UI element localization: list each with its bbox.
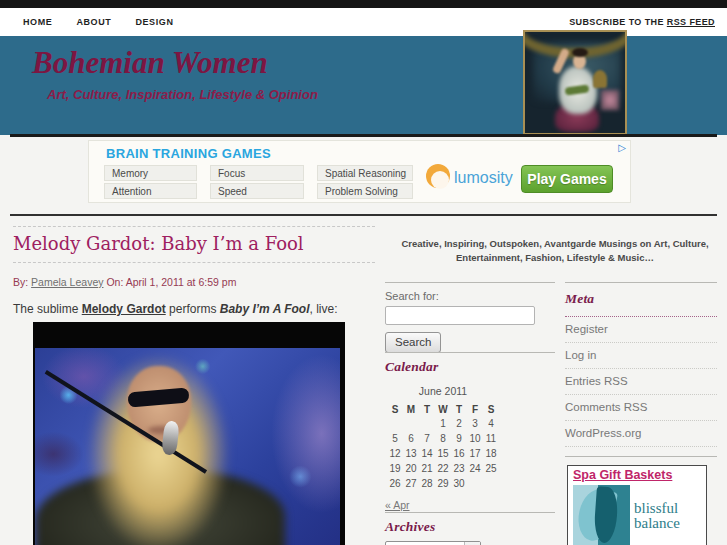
nav-item-design[interactable]: DESIGN [135, 17, 173, 27]
ad-category-buttons: Memory Focus Spatial Reasoning Attention… [104, 165, 413, 199]
nav-item-about[interactable]: ABOUT [76, 17, 111, 27]
lumosity-logo[interactable]: lumosity [426, 164, 513, 191]
day-header: T [419, 402, 435, 416]
subscribe-text: SUBSCRIBE TO THE RSS FEED [569, 17, 715, 27]
calendar-day: 25 [483, 461, 499, 476]
calendar-day [403, 416, 419, 431]
calendar-prev-month-link[interactable]: « Apr [385, 499, 410, 511]
archives-widget: Archives [385, 512, 555, 545]
calendar-day: 2 [451, 416, 467, 431]
calendar-heading: Calendar [385, 359, 555, 375]
calendar-day: 9 [451, 431, 467, 446]
blissful-balance-leaf-icon [573, 485, 630, 545]
meta-link-login[interactable]: Log in [565, 343, 717, 369]
calendar-day: 7 [419, 431, 435, 446]
search-widget: Search for: Search [385, 282, 555, 353]
ad-button-focus[interactable]: Focus [210, 165, 304, 181]
meta-link-wordpress[interactable]: WordPress.org [565, 421, 717, 447]
calendar-day: 20 [403, 461, 419, 476]
calendar-day: 12 [387, 446, 403, 461]
search-input[interactable] [385, 306, 535, 325]
calendar-day: 5 [387, 431, 403, 446]
byline-by-label: By: [13, 276, 28, 288]
nav-links: HOME ABOUT DESIGN [23, 17, 174, 27]
archives-dropdown[interactable] [385, 541, 481, 545]
body-prefix: The sublime [13, 302, 82, 316]
calendar-table: June 2011 S M T W T F S 1 2 3 4 5 [387, 385, 499, 491]
site-subtitle: Art, Culture, Inspiration, Lifestyle & O… [47, 87, 318, 102]
calendar-day: 4 [483, 416, 499, 431]
body-mid: performs [166, 302, 220, 316]
masthead-painting [523, 30, 627, 135]
song-title-emphasis: Baby I’m A Fool [220, 302, 310, 316]
content-top-divider [10, 214, 717, 216]
lumosity-head-icon [426, 164, 452, 191]
calendar-day: 16 [451, 446, 467, 461]
site-title[interactable]: Bohemian Women [32, 45, 268, 81]
ad-button-attention[interactable]: Attention [104, 183, 197, 199]
calendar-day: 29 [435, 476, 451, 491]
video-still [35, 348, 340, 545]
rss-feed-link[interactable]: RSS FEED [667, 17, 715, 27]
ad-button-spatial-reasoning[interactable]: Spatial Reasoning [317, 165, 413, 181]
day-header: T [451, 402, 467, 416]
byline-on-label: On: [106, 276, 123, 288]
day-header: S [387, 402, 403, 416]
calendar-day: 14 [419, 446, 435, 461]
calendar-day: 28 [419, 476, 435, 491]
logo-word-2: balance [634, 516, 680, 531]
blog-tagline: Creative, Inspiring, Outspoken, Avantgar… [390, 237, 720, 265]
melody-gardot-link[interactable]: Melody Gardot [82, 302, 166, 316]
calendar-day [387, 416, 403, 431]
subscribe-prefix: SUBSCRIBE TO THE [569, 17, 664, 27]
calendar-day: 15 [435, 446, 451, 461]
post-title[interactable]: Melody Gardot: Baby I’m a Fool [13, 233, 375, 254]
post-byline: By: Pamela Leavey On: April 1, 2011 at 6… [13, 276, 375, 288]
author-link[interactable]: Pamela Leavey [31, 276, 103, 288]
ad-title[interactable]: BRAIN TRAINING GAMES [106, 146, 271, 161]
ad-banner[interactable]: BRAIN TRAINING GAMES Memory Focus Spatia… [88, 140, 631, 203]
video-embed[interactable] [33, 322, 345, 545]
calendar-day: 6 [403, 431, 419, 446]
ad-button-problem-solving[interactable]: Problem Solving [317, 183, 413, 199]
search-button[interactable]: Search [385, 332, 441, 353]
calendar-day: 27 [403, 476, 419, 491]
calendar-day: 22 [435, 461, 451, 476]
adchoices-icon[interactable]: ▷ [618, 142, 626, 153]
play-games-button[interactable]: Play Games [521, 165, 613, 193]
nav-item-home[interactable]: HOME [23, 17, 52, 27]
calendar-day: 1 [435, 416, 451, 431]
search-label: Search for: [385, 290, 555, 302]
meta-links: Register Log in Entries RSS Comments RSS… [565, 317, 717, 447]
calendar-widget: Calendar June 2011 S M T W T F S 1 2 3 4 [385, 352, 555, 513]
ad-button-speed[interactable]: Speed [210, 183, 304, 199]
day-header: W [435, 402, 451, 416]
meta-link-entries-rss[interactable]: Entries RSS [565, 369, 717, 395]
post-title-wrap: Melody Gardot: Baby I’m a Fool [13, 226, 375, 263]
day-header: M [403, 402, 419, 416]
calendar-day: 24 [467, 461, 483, 476]
calendar-caption: June 2011 [387, 385, 499, 402]
ad-button-memory[interactable]: Memory [104, 165, 197, 181]
tagline-line2: Entertainment, Fashion, Lifestyle & Musi… [390, 251, 720, 265]
calendar-day [467, 476, 483, 491]
meta-heading: Meta [565, 291, 717, 307]
day-header: F [467, 402, 483, 416]
blissful-balance-wordmark: blissful balance [634, 501, 680, 545]
meta-link-comments-rss[interactable]: Comments RSS [565, 395, 717, 421]
post-article: Melody Gardot: Baby I’m a Fool By: Pamel… [13, 222, 375, 316]
painting-flowers [601, 90, 619, 110]
post-body: The sublime Melody Gardot performs Baby … [13, 302, 375, 316]
calendar-day: 17 [467, 446, 483, 461]
calendar-day: 11 [483, 431, 499, 446]
lumosity-wordmark: lumosity [454, 169, 513, 187]
spa-ad[interactable]: Spa Gift Baskets blissful balance The pe… [567, 465, 707, 545]
tagline-line1: Creative, Inspiring, Outspoken, Avantgar… [390, 237, 720, 251]
calendar-day: 13 [403, 446, 419, 461]
calendar-day: 23 [451, 461, 467, 476]
spa-ad-title[interactable]: Spa Gift Baskets [573, 468, 701, 482]
calendar-day: 3 [467, 416, 483, 431]
meta-link-register[interactable]: Register [565, 317, 717, 343]
calendar-day: 19 [387, 461, 403, 476]
calendar-day: 30 [451, 476, 467, 491]
